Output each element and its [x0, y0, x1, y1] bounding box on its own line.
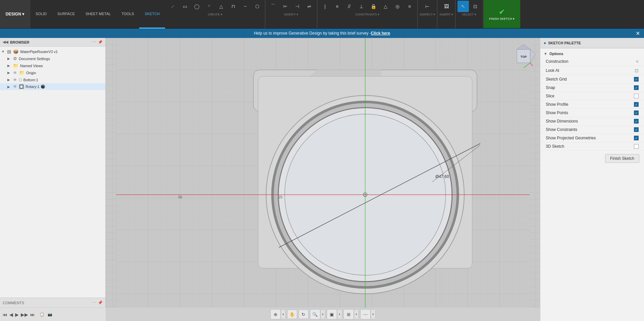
svg-text:50: 50 [178, 195, 182, 199]
select-tool[interactable]: ↖ [458, 1, 469, 12]
look-at-camera-icon[interactable]: ⊡ [635, 68, 639, 73]
tab-tools[interactable]: TOOLS [116, 0, 139, 29]
expand-icon-bottom1[interactable]: ▶ [7, 78, 12, 82]
expand-icon-doc-settings[interactable]: ▶ [7, 57, 12, 60]
expand-icon-root[interactable]: ▼ [1, 50, 6, 53]
zoom-tool[interactable]: 🔍 [310, 310, 320, 319]
extend-tool[interactable]: ⊣ [291, 1, 303, 12]
tree-item-rotary1[interactable]: ▶ 👁 ■ Rotary:1 ⬤ [0, 83, 105, 90]
construction-angle-icon[interactable]: < [636, 59, 639, 64]
playback-first-button[interactable]: ⏮ [3, 312, 7, 317]
show-dimensions-control: ✓ [634, 119, 639, 124]
display-tool[interactable]: ▣ [327, 310, 337, 319]
collinear-tool[interactable]: ≡ [331, 1, 343, 12]
svg-point-20 [365, 194, 366, 195]
zoom-dropdown[interactable]: ▾ [320, 310, 325, 319]
show-points-checkbox[interactable]: ✓ [634, 110, 639, 115]
sidebar-footer: COMMENTS ⋯ 📌 [0, 297, 105, 308]
expand-icon-named-views[interactable]: ▶ [7, 64, 12, 67]
eye-icon-rotary1[interactable]: 👁 [13, 84, 17, 89]
eye-icon-bottom1[interactable]: 👁 [13, 78, 17, 82]
sketch-palette-panel: ● SKETCH PALETTE ▼ Options Construction … [540, 38, 644, 321]
cursor-tool[interactable]: ⊕ [271, 310, 281, 319]
tab-surface[interactable]: SURFACE [52, 0, 80, 29]
sidebar-collapse-icon[interactable]: ◀◀ [3, 40, 8, 44]
finish-sketch-palette-button[interactable]: Finish Sketch [605, 154, 639, 163]
coincident-tool[interactable]: | [319, 1, 331, 12]
display-dropdown[interactable]: ▾ [337, 310, 342, 319]
spline-tool[interactable]: ~ [239, 1, 251, 12]
cursor-dropdown[interactable]: ▾ [281, 310, 285, 319]
measure-tool[interactable]: ⊢ [422, 1, 433, 12]
playback-prev-button[interactable]: ◀ [9, 312, 13, 317]
circle-tool[interactable]: ◯ [191, 1, 203, 12]
options-header[interactable]: ▼ Options [540, 50, 644, 57]
show-dimensions-checkbox[interactable]: ✓ [634, 119, 639, 124]
expand-icon-rotary1[interactable]: ▶ [7, 85, 12, 89]
tree-item-origin[interactable]: ▶ 👁 📁 Origin [0, 69, 105, 76]
info-link[interactable]: Click here [371, 31, 390, 36]
palette-row-look-at: Look At ⊡ [540, 66, 644, 75]
tree-item-doc-settings[interactable]: ▶ ⚙ Document Settings [0, 55, 105, 62]
snap-control: ✓ [634, 85, 639, 90]
fillet-tool[interactable]: ⌒ [267, 1, 279, 12]
comments-menu-icon[interactable]: ⋯ [92, 301, 96, 305]
design-menu[interactable]: DESIGN ▾ [0, 0, 30, 28]
line-tool[interactable]: ⟋ [167, 1, 178, 12]
show-projected-checkbox[interactable]: ✓ [634, 136, 639, 140]
3d-sketch-checkbox[interactable] [634, 144, 639, 149]
show-profile-checkbox[interactable]: ✓ [634, 102, 639, 107]
tab-sketch[interactable]: SKETCH [139, 0, 165, 29]
playback-play-button[interactable]: ▶ [15, 312, 19, 317]
tree-label-origin: Origin [26, 71, 36, 75]
tree-item-named-views[interactable]: ▶ 📁 Named Views [0, 62, 105, 69]
3d-sketch-label: 3D Sketch [546, 144, 634, 149]
triangle-tool[interactable]: △ [215, 1, 227, 12]
insert-image-tool[interactable]: 🖼 [441, 1, 452, 12]
more-tool[interactable]: ⋯ [361, 310, 371, 319]
arc-tool[interactable]: ◜ [203, 1, 215, 12]
info-close-button[interactable]: ✕ [636, 30, 640, 37]
grid-dropdown[interactable]: ▾ [354, 310, 359, 319]
more-dropdown[interactable]: ▾ [371, 310, 375, 319]
finish-sketch-button[interactable]: ✔ FINISH SKETCH ▾ [483, 0, 520, 28]
lock-tool[interactable]: 🔒 [368, 1, 379, 12]
tangent-tool[interactable]: △ [380, 1, 391, 12]
orbit-tool[interactable]: ↻ [299, 310, 309, 319]
perp-tool[interactable]: ⊥ [356, 1, 367, 12]
snap-checkbox[interactable]: ✓ [634, 85, 639, 90]
slot-tool[interactable]: ⊓ [227, 1, 239, 12]
insert-group: 🖼 INSERT ▾ [437, 0, 455, 28]
palette-row-show-projected: Show Projected Geometries ✓ [540, 134, 644, 142]
show-constraints-checkbox[interactable]: ✓ [634, 127, 639, 132]
sidebar-menu-icon[interactable]: ⋯ [92, 40, 96, 44]
slice-label: Slice [546, 94, 634, 98]
eye-icon-origin[interactable]: 👁 [13, 71, 17, 75]
construction-control: < [636, 59, 639, 64]
grid-tool[interactable]: ⊞ [344, 310, 354, 319]
sidebar-pin-icon[interactable]: 📌 [98, 40, 103, 44]
comments-pin-icon[interactable]: 📌 [98, 301, 103, 305]
rect-tool[interactable]: ▭ [179, 1, 191, 12]
mirror-tool[interactable]: ⇌ [304, 1, 315, 12]
tree-item-bottom1[interactable]: ▶ 👁 □ Bottom:1 [0, 76, 105, 83]
pan-tool[interactable]: ✋ [287, 310, 297, 319]
parallel-tool[interactable]: // [343, 1, 355, 12]
nav-cube[interactable]: TOP [512, 43, 535, 66]
slice-checkbox[interactable] [634, 94, 639, 98]
trim-tool[interactable]: ✂ [279, 1, 291, 12]
tree-item-root[interactable]: ▼ ▤ 📦 WaterPipeRouterV3 v1 [0, 48, 105, 55]
tab-sheet-metal[interactable]: SHEET METAL [80, 0, 116, 29]
select-filter-tool[interactable]: ⊡ [470, 1, 481, 12]
box-icon-rotary1: ■ [19, 84, 24, 89]
expand-icon-origin[interactable]: ▶ [7, 71, 12, 75]
tab-solid[interactable]: SOLID [30, 0, 52, 29]
playback-last-button[interactable]: ⏭ [30, 312, 35, 317]
sketch-grid-checkbox[interactable]: ✓ [634, 77, 639, 82]
canvas-svg[interactable]: Ø47.60 50 25 [106, 38, 540, 308]
concentric-tool[interactable]: ◎ [392, 1, 403, 12]
equal-tool[interactable]: ≡ [404, 1, 415, 12]
polygon-tool[interactable]: ⬡ [252, 1, 263, 12]
playback-next-button[interactable]: ▶▶ [21, 312, 28, 317]
canvas-area[interactable]: TOP [106, 38, 540, 308]
